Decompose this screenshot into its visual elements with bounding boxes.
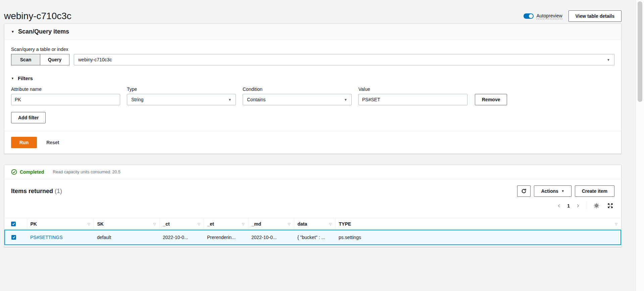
toggle-on-icon[interactable] [524, 13, 534, 19]
previous-page-button[interactable] [556, 202, 562, 209]
sort-icon[interactable]: ▽ [88, 222, 90, 226]
chevron-down-icon: ▼ [344, 98, 347, 102]
value-field-group: Value [358, 86, 467, 105]
header-controls: Autopreview View table details [524, 10, 622, 22]
sort-icon[interactable]: ▽ [153, 222, 156, 226]
condition-field-group: Condition Contains ▼ [243, 86, 352, 105]
current-page-number[interactable]: 1 [564, 203, 573, 209]
sort-icon[interactable]: ▽ [329, 222, 332, 226]
view-table-details-button[interactable]: View table details [568, 10, 622, 22]
table-row[interactable]: PS#SETTINGS default 2022-10-0... Prerend… [5, 230, 621, 245]
filter-value-input[interactable] [358, 94, 467, 105]
next-page-button[interactable] [575, 202, 581, 209]
scan-query-segmented-control: Scan Query [11, 54, 69, 65]
refresh-button[interactable] [517, 185, 531, 197]
run-button[interactable]: Run [11, 137, 37, 148]
items-actions: Actions ▼ Create item [517, 185, 614, 197]
type-select[interactable]: String ▼ [127, 94, 236, 105]
results-panel: Completed Read capacity units consumed: … [4, 165, 622, 247]
filters-section-header[interactable]: ▼ Filters [11, 75, 614, 81]
row-select-cell [5, 230, 27, 245]
status-badge: Completed [20, 169, 44, 175]
sort-icon[interactable]: ▽ [615, 222, 617, 226]
column-header-md[interactable]: _md▽ [248, 218, 294, 230]
filters-caret-icon: ▼ [11, 77, 14, 80]
cell-pk: PS#SETTINGS [27, 230, 94, 245]
fullscreen-button[interactable] [606, 201, 614, 210]
query-tab[interactable]: Query [40, 54, 69, 65]
sort-icon[interactable]: ▽ [242, 222, 245, 226]
column-header-ct[interactable]: _ct▽ [159, 218, 204, 230]
dynamodb-items-page: webiny-c710c3c Autopreview View table de… [4, 0, 622, 247]
pagination: 1 [4, 197, 621, 210]
type-select-value: String [131, 97, 144, 102]
condition-label: Condition [243, 86, 352, 92]
add-filter-button[interactable]: Add filter [11, 112, 46, 123]
scan-query-panel-footer: Run Reset [4, 131, 621, 154]
chevron-right-icon [576, 204, 580, 208]
create-item-button[interactable]: Create item [575, 185, 614, 197]
scrollbar-thumb[interactable] [638, 1, 642, 102]
column-header-sk[interactable]: SK▽ [94, 218, 159, 230]
refresh-icon [521, 188, 527, 194]
select-all-checkbox[interactable] [11, 222, 16, 226]
table-bottom-padding [4, 245, 621, 247]
column-header-pk[interactable]: PK▽ [27, 218, 94, 230]
attribute-name-input[interactable] [11, 94, 120, 105]
scan-tab[interactable]: Scan [11, 54, 40, 65]
condition-select[interactable]: Contains ▼ [243, 94, 352, 105]
scan-query-panel-body: Scan/query a table or index Scan Query w… [4, 40, 621, 123]
reset-button[interactable]: Reset [46, 140, 59, 145]
cell-md: 2022-10-0... [248, 230, 294, 245]
cell-data: { "bucket" : ... [294, 230, 335, 245]
scan-query-panel: ▼ Scan/Query items Scan/query a table or… [4, 23, 622, 154]
items-returned-label: Items returned [11, 188, 53, 194]
column-label: _md [252, 221, 261, 227]
cell-et: Prerenderin... [204, 230, 248, 245]
filters-title: Filters [18, 75, 33, 81]
chevron-down-icon: ▼ [228, 98, 232, 102]
expand-icon [607, 203, 613, 209]
items-returned-header: Items returned (1) Actions ▼ Create item [4, 179, 621, 197]
column-label: _ct [163, 221, 170, 227]
column-label: _et [207, 221, 214, 227]
type-label: Type [127, 86, 236, 92]
cell-type: ps.settings [335, 230, 621, 245]
column-label: data [298, 221, 307, 227]
column-label: TYPE [339, 221, 351, 227]
column-header-et[interactable]: _et▽ [204, 218, 248, 230]
column-label: PK [31, 221, 37, 227]
sort-icon[interactable]: ▽ [288, 222, 291, 226]
collapse-caret-icon: ▼ [11, 30, 14, 34]
items-count: (1) [55, 188, 62, 194]
table-index-select[interactable]: webiny-c710c3c ▼ [74, 54, 614, 65]
preferences-button[interactable] [592, 201, 601, 210]
checkmark-icon [12, 222, 15, 226]
scan-query-row: Scan Query webiny-c710c3c ▼ [11, 54, 614, 65]
autopreview-label: Autopreview [536, 13, 562, 19]
attribute-name-label: Attribute name [11, 86, 120, 92]
remove-filter-button[interactable]: Remove [475, 94, 507, 105]
type-field-group: Type String ▼ [127, 86, 236, 105]
table-index-select-value: webiny-c710c3c [78, 57, 112, 62]
cell-sk: default [94, 230, 159, 245]
table-header-row: PK▽ SK▽ _ct▽ _et▽ _md▽ data▽ TYPE▽ [5, 218, 621, 230]
item-pk-link[interactable]: PS#SETTINGS [30, 235, 62, 240]
value-label: Value [358, 86, 467, 92]
chevron-down-icon: ▼ [607, 58, 610, 62]
column-header-type[interactable]: TYPE▽ [335, 218, 621, 230]
scan-query-panel-header[interactable]: ▼ Scan/Query items [4, 24, 621, 40]
read-capacity-text: Read capacity units consumed: 20.5 [53, 170, 120, 174]
column-header-data[interactable]: data▽ [294, 218, 335, 230]
chevron-down-icon: ▼ [561, 189, 564, 193]
chevron-left-icon [557, 204, 561, 208]
actions-label: Actions [541, 188, 558, 194]
vertical-scrollbar[interactable] [636, 0, 644, 291]
success-check-circle-icon [11, 169, 17, 175]
row-checkbox[interactable] [11, 235, 16, 240]
autopreview-toggle[interactable]: Autopreview [524, 13, 562, 19]
sort-icon[interactable]: ▽ [198, 222, 200, 226]
actions-dropdown-button[interactable]: Actions ▼ [534, 185, 571, 197]
scan-status-bar: Completed Read capacity units consumed: … [4, 165, 621, 179]
pagination-divider [587, 202, 587, 210]
